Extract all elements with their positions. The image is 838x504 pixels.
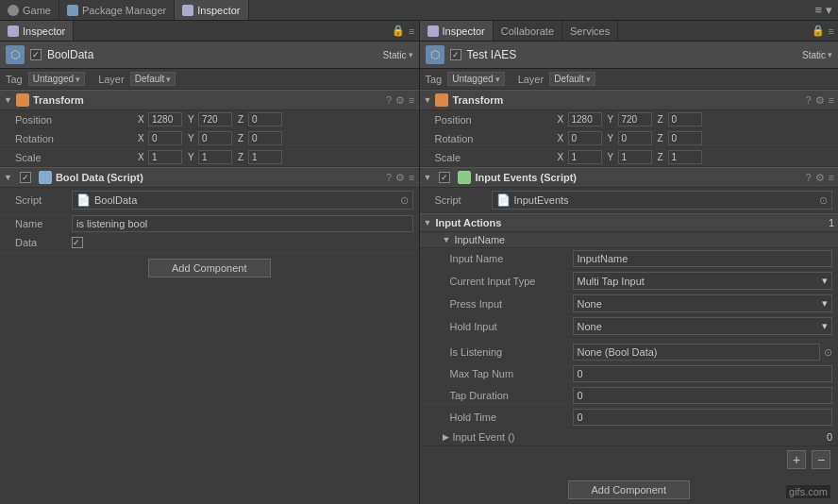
left-pos-z-input[interactable] xyxy=(248,112,282,126)
right-add-component-button[interactable]: Add Component xyxy=(568,480,691,499)
left-rot-x-input[interactable] xyxy=(148,131,182,145)
left-scale-x-input[interactable] xyxy=(148,150,182,164)
right-script-target-btn[interactable]: ⊙ xyxy=(819,194,828,207)
left-script-enabled-checkbox[interactable] xyxy=(20,172,31,183)
tap-duration-row: Tap Duration xyxy=(420,385,839,407)
right-transform-settings[interactable]: ⚙ xyxy=(815,94,825,107)
right-scale-x-input[interactable] xyxy=(568,150,602,164)
right-input-menu[interactable]: ≡ xyxy=(829,172,834,183)
left-script-value: 📄 BoolData ⊙ xyxy=(72,191,413,210)
left-script-file-icon: 📄 xyxy=(76,193,91,207)
tap-duration-input[interactable] xyxy=(573,387,833,404)
left-lock-icon[interactable]: 🔒 xyxy=(392,25,405,37)
right-lock-icon[interactable]: 🔒 xyxy=(812,25,825,37)
left-go-checkbox[interactable] xyxy=(30,49,42,60)
right-input-help[interactable]: ? xyxy=(805,172,811,183)
tab-arrow-icon[interactable]: ▾ xyxy=(826,3,832,17)
left-add-component-button[interactable]: Add Component xyxy=(148,259,271,277)
current-input-type-row: Current Input Type Multi Tap Input ▾ xyxy=(420,270,839,293)
right-pos-x-input[interactable] xyxy=(568,112,602,126)
right-tab-inspector[interactable]: Inspector xyxy=(420,21,494,41)
left-script-title: Bool Data (Script) xyxy=(56,172,382,183)
tab-inspector-label: Inspector xyxy=(197,5,240,16)
left-script-menu[interactable]: ≡ xyxy=(409,172,414,183)
input-actions-triangle[interactable]: ▼ xyxy=(424,218,432,227)
left-menu-icon[interactable]: ≡ xyxy=(409,25,414,37)
right-scale-y-input[interactable] xyxy=(618,150,652,164)
right-inspector-tab-label: Inspector xyxy=(443,25,485,37)
input-name-input[interactable] xyxy=(573,250,833,267)
max-tap-num-input[interactable] xyxy=(573,365,833,382)
right-transform-triangle[interactable]: ▼ xyxy=(424,95,432,105)
left-tag-label: Tag xyxy=(6,74,23,85)
right-scale-z-input[interactable] xyxy=(668,150,702,164)
input-actions-header: ▼ Input Actions 1 xyxy=(420,213,839,232)
left-name-input[interactable] xyxy=(72,215,413,232)
inputname-triangle[interactable]: ▼ xyxy=(443,235,451,244)
right-rot-x-input[interactable] xyxy=(568,131,602,145)
left-layer-arrow[interactable]: ▾ xyxy=(166,75,171,84)
right-input-settings[interactable]: ⚙ xyxy=(815,172,825,184)
left-rot-y-input[interactable] xyxy=(198,131,232,145)
left-scale-z-input[interactable] xyxy=(248,150,282,164)
tab-package-manager[interactable]: Package Manager xyxy=(59,0,175,20)
left-rot-z-input[interactable] xyxy=(248,131,282,145)
left-tab-inspector[interactable]: Inspector xyxy=(0,21,74,41)
right-input-events-triangle[interactable]: ▼ xyxy=(424,173,432,182)
press-input-dropdown[interactable]: None ▾ xyxy=(573,294,833,312)
input-event-triangle[interactable]: ▶ xyxy=(443,432,449,442)
right-static-arrow[interactable]: ▾ xyxy=(828,50,832,59)
left-script-settings[interactable]: ⚙ xyxy=(395,172,405,184)
right-inspector-panel: Inspector Collaborate Services 🔒 ≡ ⬡ Tes… xyxy=(420,21,839,504)
left-layer-value[interactable]: Default ▾ xyxy=(130,72,176,86)
left-static-arrow[interactable]: ▾ xyxy=(409,50,413,59)
right-rot-y-input[interactable] xyxy=(618,131,652,145)
current-input-type-dropdown[interactable]: Multi Tap Input ▾ xyxy=(573,272,833,290)
right-tag-value[interactable]: Untagged ▾ xyxy=(447,72,504,86)
right-rot-z-input[interactable] xyxy=(668,131,702,145)
right-tag-arrow[interactable]: ▾ xyxy=(495,75,500,84)
left-transform-help[interactable]: ? xyxy=(386,94,392,106)
tab-game[interactable]: Game xyxy=(0,0,59,20)
right-transform-help[interactable]: ? xyxy=(805,94,811,106)
left-transform-triangle[interactable]: ▼ xyxy=(4,95,12,105)
right-tab-collaborate[interactable]: Collaborate xyxy=(494,21,562,41)
right-layer-value[interactable]: Default ▾ xyxy=(549,72,595,86)
is-listening-target-btn[interactable]: ⊙ xyxy=(824,346,832,359)
right-go-static: Static ▾ xyxy=(802,50,832,60)
left-script-help[interactable]: ? xyxy=(386,172,392,183)
left-transform-settings[interactable]: ⚙ xyxy=(395,94,405,107)
right-transform-menu[interactable]: ≡ xyxy=(829,94,834,106)
left-data-checkbox[interactable] xyxy=(72,237,83,248)
right-layer-arrow[interactable]: ▾ xyxy=(586,75,591,84)
left-panel-tab-extras: 🔒 ≡ xyxy=(388,21,418,41)
left-pos-y-input[interactable] xyxy=(198,112,232,126)
left-script-triangle[interactable]: ▼ xyxy=(4,173,12,182)
right-panel-tabs: Inspector Collaborate Services 🔒 ≡ xyxy=(420,21,839,42)
add-input-button[interactable]: + xyxy=(787,450,806,469)
input-event-row: ▶ Input Event () 0 xyxy=(420,428,839,445)
right-go-checkbox[interactable] xyxy=(450,49,461,60)
max-tap-num-label: Max Tap Num xyxy=(450,368,573,379)
watermark: gifs.com xyxy=(786,485,830,498)
left-script-target-btn[interactable]: ⊙ xyxy=(400,194,409,207)
hold-input-dropdown[interactable]: None ▾ xyxy=(573,317,833,335)
right-menu-icon[interactable]: ≡ xyxy=(829,25,834,37)
left-pos-x-input[interactable] xyxy=(148,112,182,126)
right-pos-y-input[interactable] xyxy=(618,112,652,126)
hold-input-label: Hold Input xyxy=(450,321,573,332)
hold-time-input[interactable] xyxy=(573,409,833,426)
left-go-static: Static ▾ xyxy=(382,50,412,60)
left-transform-menu[interactable]: ≡ xyxy=(409,94,414,106)
tab-menu-icon[interactable]: ≡ xyxy=(814,3,822,17)
right-pos-z-input[interactable] xyxy=(668,112,702,126)
left-tag-arrow[interactable]: ▾ xyxy=(75,75,80,84)
tab-inspector-left[interactable]: Inspector xyxy=(175,0,248,20)
left-rotation-label: Rotation xyxy=(15,133,138,144)
right-input-enabled-checkbox[interactable] xyxy=(439,172,450,183)
right-tab-services[interactable]: Services xyxy=(562,21,618,41)
right-transform-icon xyxy=(435,93,448,107)
left-tag-value[interactable]: Untagged ▾ xyxy=(28,72,85,86)
remove-input-button[interactable]: − xyxy=(812,450,830,469)
left-scale-y-input[interactable] xyxy=(198,150,232,164)
